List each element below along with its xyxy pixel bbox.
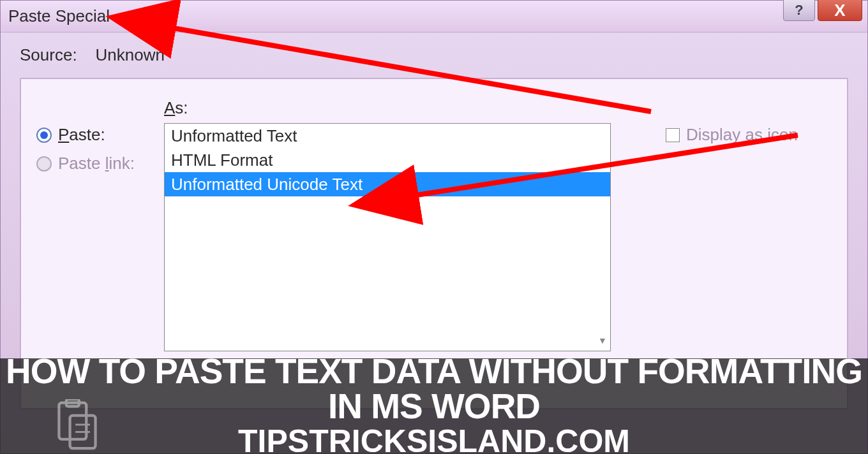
as-column: As: Unformatted Text HTML Format Unforma… [164,98,653,389]
banner-subtitle: TIPSTRICKSISLAND.COM [238,424,630,455]
display-icon-row: Display as icon [666,125,832,145]
source-label: Source: [20,45,77,64]
paste-link-radio-label: Paste link: [58,154,135,173]
caption-banner: HOW TO PASTE TEXT DATA WITHOUT FORMATTIN… [0,358,868,454]
radio-icon[interactable] [36,128,52,143]
list-item[interactable]: HTML Format [165,148,610,172]
right-column: Display as icon [666,98,832,389]
source-value: Unknown [96,45,165,64]
list-item[interactable]: Unformatted Unicode Text [165,172,610,196]
svg-rect-1 [59,403,86,439]
format-listbox[interactable]: Unformatted Text HTML Format Unformatted… [164,123,611,351]
chevron-down-icon[interactable]: ▼ [596,335,609,348]
dialog-title: Paste Special [8,6,110,26]
window-controls: ? X [783,0,862,21]
list-item[interactable]: Unformatted Text [165,124,610,148]
titlebar: Paste Special ? X [1,1,867,33]
display-icon-label: Display as icon [686,125,798,145]
source-row: Source: Unknown [20,45,848,65]
as-label: As: [164,98,653,118]
banner-title: HOW TO PASTE TEXT DATA WITHOUT FORMATTIN… [0,354,868,424]
paste-link-radio-row: Paste link: [36,154,151,173]
paste-radio-row[interactable]: Paste: [36,125,151,145]
radio-icon [36,156,52,172]
checkbox-icon [666,128,680,142]
radio-group: Paste: Paste link: [36,98,151,389]
help-button[interactable]: ? [783,0,815,21]
clipboard-icon [55,399,100,450]
close-button[interactable]: X [818,0,862,21]
paste-radio-label: Paste: [58,125,105,145]
